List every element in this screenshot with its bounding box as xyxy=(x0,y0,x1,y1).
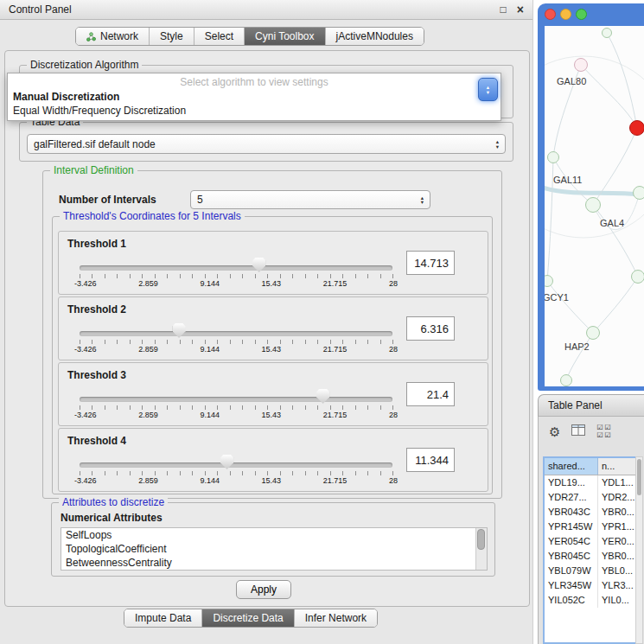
threshold-value-field[interactable]: 6.316 xyxy=(406,316,455,341)
table-row[interactable]: YER054CYER0... xyxy=(545,534,636,549)
tab-infer-network[interactable]: Infer Network xyxy=(294,609,377,627)
table-cell: YBR0... xyxy=(598,505,636,520)
tab-cyni-toolbox[interactable]: Cyni Toolbox xyxy=(244,28,324,45)
threshold-slider-track[interactable] xyxy=(80,462,392,468)
table-cell: YPR1... xyxy=(598,520,636,534)
scale-tick-label: 28 xyxy=(389,279,398,288)
scale-tick-label: 2.859 xyxy=(138,279,158,288)
close-window-icon[interactable]: × xyxy=(517,3,524,16)
tab-network[interactable]: Network xyxy=(76,28,149,45)
mac-close-icon[interactable] xyxy=(545,9,556,20)
mac-zoom-icon[interactable] xyxy=(576,9,587,20)
network-node-selected[interactable] xyxy=(629,120,644,136)
attribute-list-item[interactable]: BetweennessCentrality xyxy=(61,556,487,570)
table-cell: YDR2... xyxy=(598,490,636,505)
table-data-combo[interactable]: galFiltered.sif default node ▴ ▾ xyxy=(27,134,506,154)
network-node[interactable] xyxy=(602,28,612,38)
show-columns-icon[interactable] xyxy=(571,424,585,439)
panel-title: Control Panel xyxy=(9,3,490,16)
network-node[interactable] xyxy=(585,197,601,213)
threshold-scale-labels: -3.4262.8599.14415.4321.71528 xyxy=(74,411,398,419)
table-cell: YDL19... xyxy=(545,475,598,490)
attribute-list-item[interactable]: TopologicalCoefficient xyxy=(61,542,487,556)
attributes-list-scrollbar[interactable] xyxy=(475,528,487,570)
tab-impute-data[interactable]: Impute Data xyxy=(124,609,201,627)
network-canvas[interactable]: GAL80GAL11GAL4GCY1HAP2 xyxy=(545,26,644,386)
network-node[interactable] xyxy=(574,58,588,72)
table-row[interactable]: YIL052CYIL0... xyxy=(545,593,636,608)
network-node-label: GAL80 xyxy=(557,76,586,86)
scale-tick-label: 9.144 xyxy=(200,279,220,288)
threshold-value-field[interactable]: 21.4 xyxy=(406,382,455,406)
scale-tick-label: 15.43 xyxy=(262,411,282,419)
threshold-slider-track[interactable] xyxy=(80,265,392,271)
tab-label: Select xyxy=(205,30,233,42)
table-cell: YBR043C xyxy=(545,505,598,520)
tab-style[interactable]: Style xyxy=(149,28,194,45)
table-cell: YER0... xyxy=(598,534,636,549)
apply-button[interactable]: Apply xyxy=(236,580,291,599)
table-row[interactable]: YLR345WYLR3... xyxy=(545,578,636,593)
tab-discretize-data[interactable]: Discretize Data xyxy=(201,609,293,627)
network-node[interactable] xyxy=(631,270,644,284)
arrow-down-icon: ▾ xyxy=(421,200,424,205)
table-row[interactable]: YBR045CYBR0... xyxy=(545,549,636,564)
table-scrollbar[interactable] xyxy=(635,456,643,644)
network-node[interactable] xyxy=(560,374,572,386)
table-row[interactable]: YBL079WYBL0... xyxy=(545,564,636,578)
table-row[interactable]: YBR043CYBR0... xyxy=(545,505,636,520)
scale-tick-label: 2.859 xyxy=(138,411,158,419)
network-node[interactable] xyxy=(633,186,644,200)
tab-select[interactable]: Select xyxy=(194,28,244,45)
table-row[interactable]: YDR27...YDR2... xyxy=(545,490,636,505)
algorithm-option[interactable]: Equal Width/Frequency Discretization xyxy=(8,104,501,118)
algorithm-combo-stepper[interactable]: ▴ ▾ xyxy=(478,78,498,101)
threshold-panel: Threshold 1 -3.4262.8599.14415.4321.7152… xyxy=(58,231,488,295)
attribute-list-item[interactable]: SelfLoops xyxy=(61,528,487,542)
tab-label: Style xyxy=(160,30,183,42)
tab-label: Impute Data xyxy=(135,612,191,624)
threshold-value-field[interactable]: 11.344 xyxy=(406,448,455,472)
scale-tick-label: 15.43 xyxy=(262,345,282,354)
table-cell: YBR0... xyxy=(598,549,636,564)
table-cell: YDL1... xyxy=(598,475,636,490)
mac-minimize-icon[interactable] xyxy=(560,9,571,20)
threshold-tick-marks xyxy=(80,340,393,344)
tab-jactivemnodules[interactable]: jActiveMNodules xyxy=(325,28,424,45)
scale-tick-label: 15.43 xyxy=(262,476,282,485)
numerical-attributes-list[interactable]: SelfLoopsTopologicalCoefficientBetweenne… xyxy=(61,527,488,571)
num-intervals-combo[interactable]: 5 ▴ ▾ xyxy=(190,190,430,209)
network-node[interactable] xyxy=(547,151,559,163)
threshold-value-field[interactable]: 14.713 xyxy=(406,251,455,275)
table-panel-title: Table Panel xyxy=(548,399,603,411)
tab-label: Discretize Data xyxy=(213,612,283,624)
select-columns-checkboxes-icon[interactable]: ☑ ☑ ☑ ☑ xyxy=(596,424,612,439)
float-window-icon[interactable]: □ xyxy=(501,3,507,16)
table-settings-gear-icon[interactable]: ⚙ xyxy=(549,425,560,438)
table-cell: YBL0... xyxy=(598,564,636,578)
combo-stepper-icon: ▴ ▾ xyxy=(496,139,499,149)
network-node-label: GCY1 xyxy=(545,292,569,303)
numerical-attributes-label: Numerical Attributes xyxy=(61,512,163,524)
network-node[interactable] xyxy=(586,326,600,340)
threshold-slider-track[interactable] xyxy=(80,397,392,402)
threshold-scale-labels: -3.4262.8599.14415.4321.71528 xyxy=(74,476,398,485)
threshold-tick-marks xyxy=(80,471,393,475)
scale-tick-label: 21.715 xyxy=(323,279,348,288)
algorithm-option[interactable]: Manual Discretization xyxy=(8,90,501,104)
table-data-groupbox: Table Data galFiltered.sif default node … xyxy=(19,122,513,162)
column-header-shared-name[interactable]: shared... xyxy=(545,458,598,475)
threshold-slider-track[interactable] xyxy=(80,331,392,336)
scrollbar-thumb[interactable] xyxy=(477,529,485,550)
scale-tick-label: 28 xyxy=(389,345,398,354)
scrollbar-thumb[interactable] xyxy=(637,459,641,495)
table-row[interactable]: YPR145WYPR1... xyxy=(545,520,636,534)
checkbox-icon: ☑ xyxy=(596,431,604,439)
table-row[interactable]: YDL19...YDL1... xyxy=(545,475,636,490)
column-header-name[interactable]: n... xyxy=(598,458,636,475)
attributes-group-label: Attributes to discretize xyxy=(59,496,168,508)
table-cell: YER054C xyxy=(545,534,598,549)
attributes-groupbox: Attributes to discretize Numerical Attri… xyxy=(51,502,495,577)
node-table: shared... n... YDL19...YDL1...YDR27...YD… xyxy=(543,456,638,644)
table-cell: YLR345W xyxy=(545,578,598,593)
